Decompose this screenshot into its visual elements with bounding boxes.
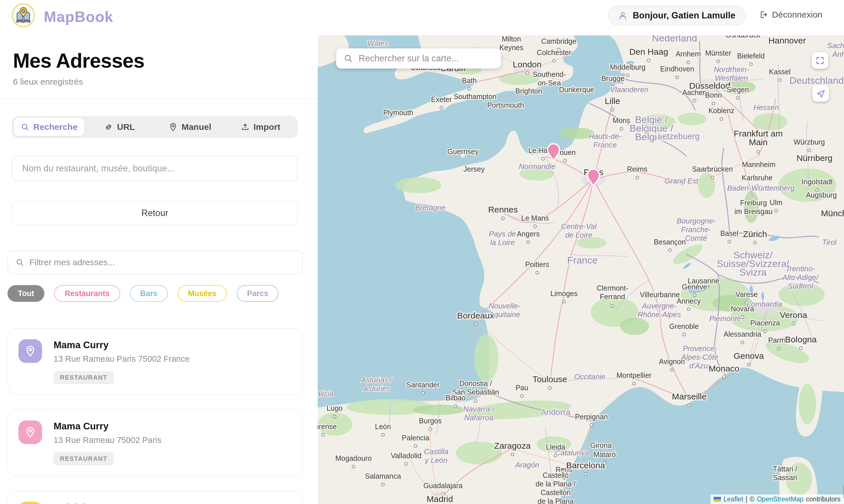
logout-icon bbox=[759, 11, 768, 19]
city-dot bbox=[687, 308, 690, 311]
place-pin-icon bbox=[18, 339, 42, 363]
map-label: Bordeaux bbox=[457, 311, 494, 320]
map-label: Genève bbox=[682, 283, 707, 291]
map-label: Brighton bbox=[515, 87, 542, 95]
map-label: Mons bbox=[613, 116, 630, 124]
ukraine-flag-icon bbox=[714, 497, 721, 502]
map-label: Münster bbox=[705, 49, 731, 57]
leaflet-link[interactable]: Leaflet bbox=[723, 496, 743, 503]
map-label: Baden-Württemberg bbox=[727, 184, 795, 192]
city-dot bbox=[670, 368, 674, 371]
filter-input[interactable] bbox=[30, 257, 295, 267]
city-dot bbox=[534, 225, 537, 228]
user-greeting-pill[interactable]: Bonjour, Gatien Lamulle bbox=[608, 5, 746, 25]
map-label: Asturias /Asturies bbox=[360, 376, 393, 393]
place-name: Mama Curry bbox=[54, 420, 161, 432]
map-label: Santander bbox=[407, 381, 439, 389]
map-label: Vlaanderen bbox=[610, 85, 648, 94]
map-search-bar[interactable] bbox=[336, 48, 501, 69]
city-dot bbox=[750, 63, 752, 66]
map-label: Plymouth bbox=[383, 109, 413, 116]
map-label: Marseille bbox=[672, 392, 706, 401]
city-dot bbox=[720, 118, 723, 120]
map-label: Villeurbanne bbox=[640, 291, 680, 299]
city-dot bbox=[722, 376, 725, 379]
filter-chip-bars[interactable]: Bars bbox=[130, 285, 168, 302]
city-dot bbox=[711, 176, 714, 179]
tab-import[interactable]: Import bbox=[225, 118, 296, 136]
city-dot bbox=[764, 330, 767, 332]
map-label: Toulouse bbox=[533, 374, 567, 384]
category-filters: Tout Restaurants Bars Musées Parcs bbox=[7, 285, 318, 302]
map-label: Deutschland bbox=[789, 75, 844, 86]
map-label: Le Mans bbox=[521, 214, 549, 222]
map-label: Aragón bbox=[515, 461, 539, 469]
logout-button[interactable]: Déconnexion bbox=[759, 10, 822, 20]
map-label: Osnabrück bbox=[725, 35, 760, 39]
city-dot bbox=[717, 60, 720, 63]
osm-link[interactable]: OpenStreetMap bbox=[757, 496, 803, 503]
map-label: Brugge bbox=[601, 74, 625, 83]
divider bbox=[0, 98, 318, 99]
place-card[interactable]: Mama Curry 13 Rue Rameau 75002 Paris RES… bbox=[7, 410, 303, 476]
map-label: Avignon bbox=[659, 357, 685, 365]
place-search-input[interactable] bbox=[12, 156, 298, 181]
city-dot bbox=[683, 333, 686, 336]
city-dot bbox=[511, 453, 514, 456]
map-label: Limoges bbox=[551, 289, 578, 298]
city-dot bbox=[736, 96, 739, 100]
locate-button[interactable] bbox=[812, 85, 829, 102]
copyright-symbol: © bbox=[750, 496, 755, 503]
map-label: Portsmouth bbox=[487, 101, 524, 109]
map-label: Lugo bbox=[327, 404, 343, 412]
back-button[interactable]: Retour bbox=[12, 201, 298, 225]
filter-chip-restaurants[interactable]: Restaurants bbox=[54, 285, 120, 302]
filter-chip-parcs[interactable]: Parcs bbox=[237, 285, 279, 302]
map-canvas[interactable]: WalesMiltonKeynesCambridgeColchesterLond… bbox=[318, 35, 844, 504]
map-label: Auvergne-Rhône-Alpes bbox=[638, 302, 681, 319]
sidebar: Mes Adresses 6 lieux enregistrés Recherc… bbox=[0, 35, 318, 504]
place-card[interactable]: Kuisinistan 37 Rue de Palestro 75002 Par… bbox=[7, 491, 303, 504]
city-dot bbox=[322, 433, 324, 436]
city-dot bbox=[712, 102, 715, 105]
place-card[interactable]: Mama Curry 13 Rue Rameau Paris 75002 Fra… bbox=[7, 328, 303, 395]
filter-chip-musees[interactable]: Musées bbox=[178, 285, 227, 302]
filter-field[interactable] bbox=[7, 251, 303, 274]
tab-recherche[interactable]: Recherche bbox=[14, 118, 84, 136]
map-search-input[interactable] bbox=[359, 53, 493, 64]
city-dot bbox=[800, 347, 802, 349]
map-label: Mogadouro bbox=[335, 454, 372, 462]
map-label: Ingolstadt bbox=[802, 178, 833, 186]
map-label: Occitanie bbox=[574, 372, 605, 381]
upload-icon bbox=[241, 123, 249, 131]
map-label: Ulm bbox=[770, 198, 783, 206]
city-dot bbox=[693, 294, 696, 296]
search-icon bbox=[16, 258, 24, 267]
city-dot bbox=[688, 404, 691, 407]
city-dot bbox=[468, 88, 471, 90]
map-label: Reims bbox=[627, 165, 648, 173]
city-dot bbox=[584, 473, 587, 475]
city-dot bbox=[536, 271, 539, 274]
fit-bounds-button[interactable] bbox=[812, 52, 828, 69]
city-dot bbox=[620, 127, 623, 130]
place-pin-icon bbox=[18, 502, 42, 504]
tab-url[interactable]: URL bbox=[84, 118, 155, 136]
map-label: Nürnberg bbox=[796, 153, 832, 163]
attribution-suffix: contributors bbox=[806, 496, 841, 503]
city-dot bbox=[757, 150, 759, 153]
mapbook-logo-icon bbox=[12, 3, 35, 27]
map-label: Lille bbox=[605, 96, 620, 106]
map-label: Bretagne bbox=[415, 203, 446, 212]
map-label: Eindhoven bbox=[660, 65, 694, 73]
logout-label: Déconnexion bbox=[772, 10, 822, 20]
map-label: MiltonKeynes bbox=[500, 35, 523, 52]
attribution-separator: | bbox=[746, 496, 748, 503]
place-name: Mama Curry bbox=[54, 339, 190, 351]
city-dot bbox=[668, 249, 671, 252]
map-label: Wales bbox=[367, 39, 388, 48]
filter-chip-tout[interactable]: Tout bbox=[7, 285, 44, 302]
tab-manuel[interactable]: Manuel bbox=[155, 118, 226, 136]
map-label: Tirol bbox=[822, 238, 837, 247]
tab-label: URL bbox=[117, 122, 135, 132]
